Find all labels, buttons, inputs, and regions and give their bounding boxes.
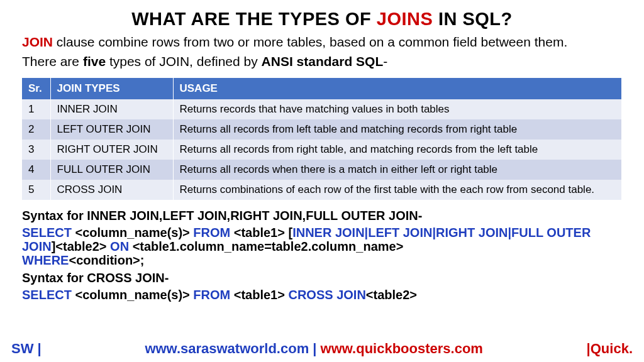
footer-center: www.saraswatworld.com | www.quickbooster… <box>145 341 483 357</box>
intro-text: clause combine rows from two or more tab… <box>53 35 567 49</box>
table-row: 1 INNER JOIN Returns records that have m… <box>22 99 622 119</box>
table-row: 3 RIGHT OUTER JOIN Returns all records f… <box>22 140 622 160</box>
syntax-1-header: Syntax for INNER JOIN,LEFT JOIN,RIGHT JO… <box>22 209 622 223</box>
footer-left: SW | <box>11 341 42 357</box>
table-row: 4 FULL OUTER JOIN Returns all records wh… <box>22 160 622 180</box>
syntax-kw: SELECT <box>22 226 72 239</box>
cell-sr: 1 <box>22 99 50 119</box>
cell-type: INNER JOIN <box>50 99 173 119</box>
cell-type: CROSS JOIN <box>50 180 173 200</box>
syntax-kw: CROSS JOIN <box>288 288 365 302</box>
syntax-kw: WHERE <box>22 253 69 267</box>
intro2-mid: types of JOIN, defined by <box>106 54 261 69</box>
cell-usage: Returns records that have matching value… <box>173 99 622 119</box>
syntax-txt: <table1> [ <box>230 226 292 239</box>
syntax-kw: SELECT <box>22 288 72 302</box>
intro2-pre: There are <box>22 54 83 69</box>
page-title: WHAT ARE THE TYPES OF JOINS IN SQL? <box>22 9 622 30</box>
table-header-row: Sr. JOIN TYPES USAGE <box>22 78 622 99</box>
cell-sr: 5 <box>22 180 50 200</box>
cell-usage: Returns all records when there is a matc… <box>173 160 622 180</box>
intro-keyword: JOIN <box>22 35 53 49</box>
cell-type: RIGHT OUTER JOIN <box>50 140 173 160</box>
table-row: 5 CROSS JOIN Returns combinations of eac… <box>22 180 622 200</box>
syntax-txt: <column_name(s)> <box>72 226 193 239</box>
col-usage: USAGE <box>173 78 622 99</box>
cell-usage: Returns all records from left table and … <box>173 119 622 140</box>
footer-url-1: www.saraswatworld.com | <box>145 341 320 356</box>
intro-line-1: JOIN clause combine rows from two or mor… <box>22 35 622 50</box>
syntax-1-body: SELECT <column_name(s)> FROM <table1> [I… <box>22 226 622 267</box>
col-type: JOIN TYPES <box>50 78 173 99</box>
intro2-bold-1: five <box>83 54 106 69</box>
syntax-txt: ]<table2> <box>52 239 110 253</box>
title-highlight: JOINS <box>377 9 433 29</box>
syntax-kw: FROM <box>193 226 230 239</box>
footer-right: |Quick. <box>587 341 633 357</box>
syntax-txt: <table1> <box>230 288 288 302</box>
col-sr: Sr. <box>22 78 50 99</box>
syntax-kw: ON <box>110 239 129 253</box>
footer-url-2: www.quickboosters.com <box>321 341 483 356</box>
title-pre: WHAT ARE THE TYPES OF <box>131 9 377 29</box>
cell-sr: 2 <box>22 119 50 140</box>
cell-usage: Returns combinations of each row of the … <box>173 180 622 200</box>
syntax-txt: <table2> <box>366 288 417 302</box>
syntax-txt: <table1.column_name=table2.column_name> <box>129 239 403 253</box>
cell-usage: Returns all records from right table, an… <box>173 140 622 160</box>
footer: SW | www.saraswatworld.com | www.quickbo… <box>0 341 644 357</box>
intro2-bold-2: ANSI standard SQL <box>262 54 384 69</box>
cell-sr: 3 <box>22 140 50 160</box>
title-post: IN SQL? <box>433 9 512 29</box>
cell-type: FULL OUTER JOIN <box>50 160 173 180</box>
syntax-txt: <condition>; <box>69 253 144 267</box>
syntax-2-header: Syntax for CROSS JOIN- <box>22 271 622 285</box>
cell-sr: 4 <box>22 160 50 180</box>
cell-type: LEFT OUTER JOIN <box>50 119 173 140</box>
syntax-kw: FROM <box>193 288 230 302</box>
syntax-txt: <column_name(s)> <box>72 288 193 302</box>
table-row: 2 LEFT OUTER JOIN Returns all records fr… <box>22 119 622 140</box>
intro-line-2: There are five types of JOIN, defined by… <box>22 53 622 69</box>
intro2-post: - <box>383 54 387 69</box>
join-types-table: Sr. JOIN TYPES USAGE 1 INNER JOIN Return… <box>22 78 622 200</box>
syntax-2-body: SELECT <column_name(s)> FROM <table1> CR… <box>22 288 622 302</box>
